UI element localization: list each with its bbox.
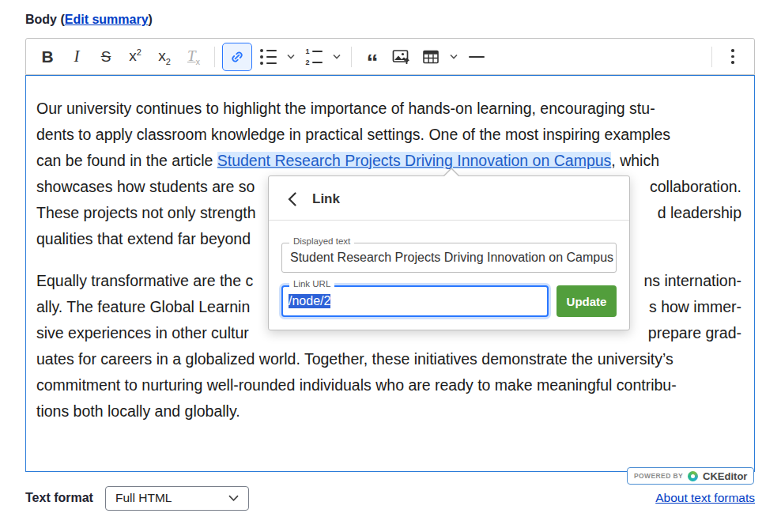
- link-icon: [229, 49, 245, 65]
- ckeditor-brand-text: CKEditor: [703, 470, 747, 482]
- toolbar-separator: [711, 47, 712, 67]
- line-right-fragment: ns internation-: [643, 268, 741, 294]
- balloon-body: Displayed text Student Research Projects…: [269, 221, 629, 330]
- update-button[interactable]: Update: [557, 285, 617, 317]
- subscript-button[interactable]: x2: [151, 43, 178, 71]
- text-line: tions both locally and globally.: [36, 398, 741, 424]
- insert-table-icon: [423, 50, 439, 64]
- chevron-down-icon: [333, 54, 341, 59]
- insert-table-dropdown[interactable]: [447, 43, 461, 71]
- block-quote-button[interactable]: “: [359, 43, 386, 71]
- text-format-label: Text format: [25, 491, 93, 505]
- strikethrough-button[interactable]: S: [92, 43, 119, 71]
- line-right-fragment: d leadership: [658, 200, 741, 226]
- article-link[interactable]: Student Research Projects Driving Innova…: [217, 152, 612, 169]
- line-right-fragment: collaboration.: [650, 174, 741, 200]
- superscript-button[interactable]: x2: [122, 43, 149, 71]
- ckeditor-logo-icon: [688, 471, 698, 481]
- about-text-formats-link[interactable]: About text formats: [655, 491, 755, 505]
- displayed-text-label: Displayed text: [289, 236, 354, 246]
- line-text: , which: [611, 152, 659, 169]
- text-format-select[interactable]: Full HTML: [105, 486, 249, 511]
- paren-open: (: [57, 13, 65, 26]
- bold-icon: B: [41, 47, 53, 66]
- toolbar-separator: [214, 47, 215, 67]
- back-button[interactable]: [283, 191, 300, 208]
- image-upload-button[interactable]: [388, 43, 415, 71]
- block-quote-icon: “: [367, 47, 379, 66]
- edit-summary-link[interactable]: Edit summary: [65, 13, 149, 26]
- editor-toolbar: B I S x2 x2 Tx: [25, 38, 755, 75]
- link-url-field: Link URL /node/2: [281, 285, 549, 317]
- bulleted-list-button[interactable]: [255, 43, 281, 71]
- text-line: uates for careers in a globalized world.…: [36, 346, 741, 372]
- numbered-list-icon: 1 2: [305, 47, 323, 66]
- displayed-text-input[interactable]: Student Research Projects Driving Innova…: [281, 243, 617, 273]
- line-left-fragment: sive experiences in other cultur: [36, 320, 249, 346]
- bulleted-list-dropdown[interactable]: [284, 43, 298, 71]
- powered-by-text: POWERED BY: [634, 472, 683, 480]
- text-format-value: Full HTML: [115, 491, 172, 505]
- link-button[interactable]: [222, 43, 252, 71]
- page: Body (Edit summary) B I S x2 x2 Tx: [0, 0, 781, 532]
- link-url-input[interactable]: /node/2: [281, 285, 549, 317]
- text-line: commitment to nurturing well-rounded ind…: [36, 372, 741, 398]
- bold-button[interactable]: B: [34, 43, 61, 71]
- balloon-header: Link: [269, 176, 629, 221]
- more-options-icon: [731, 49, 734, 64]
- field-label: Body (Edit summary): [25, 13, 153, 27]
- more-options-button[interactable]: [719, 43, 746, 71]
- horizontal-line-icon: [469, 56, 485, 58]
- text-line: can be found in the article Student Rese…: [36, 148, 741, 174]
- line-right-fragment: s how immer-: [649, 294, 741, 320]
- selected-url-text: /node/2: [289, 294, 330, 308]
- image-upload-icon: [392, 49, 411, 65]
- chevron-down-icon: [450, 54, 458, 59]
- paren-close: ): [149, 13, 153, 26]
- numbered-list-dropdown[interactable]: [330, 43, 344, 71]
- remove-format-button: Tx: [180, 43, 207, 71]
- text-line: dents to apply classroom knowledge in pr…: [36, 122, 741, 148]
- chevron-left-icon: [288, 192, 296, 206]
- line-left-fragment: showcases how students are so: [36, 174, 255, 200]
- line-left-fragment: Equally transformative are the c: [36, 268, 253, 294]
- chevron-down-icon: [228, 495, 239, 501]
- toolbar-separator: [351, 47, 352, 67]
- text-format-row: Text format Full HTML About text formats: [25, 485, 755, 511]
- remove-format-icon: Tx: [187, 47, 200, 66]
- field-label-text: Body: [25, 13, 57, 26]
- line-left-fragment: ally. The feature Global Learnin: [36, 294, 250, 320]
- insert-table-button[interactable]: [417, 43, 444, 71]
- italic-icon: I: [74, 47, 80, 66]
- displayed-text-field: Displayed text Student Research Projects…: [281, 243, 617, 273]
- link-url-label: Link URL: [289, 279, 334, 289]
- balloon-title: Link: [312, 191, 340, 207]
- strikethrough-icon: S: [101, 48, 111, 66]
- italic-button[interactable]: I: [63, 43, 90, 71]
- line-text: can be found in the article: [36, 152, 217, 169]
- numbered-list-button[interactable]: 1 2: [300, 43, 327, 71]
- chevron-down-icon: [287, 54, 295, 59]
- link-balloon: Link Displayed text Student Research Pro…: [268, 175, 630, 330]
- horizontal-line-button[interactable]: [463, 43, 490, 71]
- line-right-fragment: prepare grad-: [648, 320, 741, 346]
- line-left-fragment: These projects not only strength: [36, 200, 256, 226]
- subscript-icon: x2: [158, 47, 171, 66]
- superscript-icon: x2: [129, 47, 141, 65]
- bulleted-list-icon: [260, 49, 277, 65]
- powered-by-ckeditor-badge[interactable]: POWERED BY CKEditor: [627, 467, 754, 485]
- text-line: Our university continues to highlight th…: [36, 96, 741, 122]
